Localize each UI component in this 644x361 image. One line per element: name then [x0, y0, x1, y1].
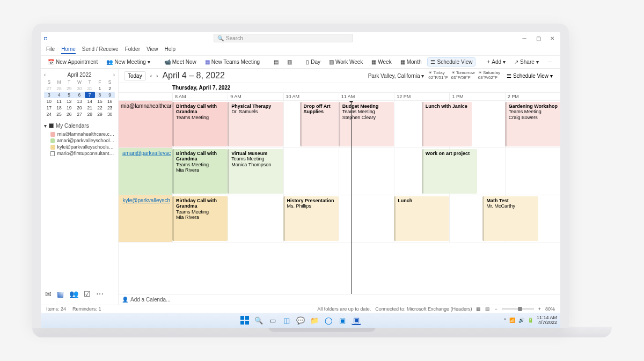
mini-day[interactable]: 30 — [74, 85, 85, 92]
calendar-event[interactable]: Drop off Art Supplies — [300, 102, 339, 146]
tasks-icon[interactable]: ☑ — [84, 290, 91, 298]
mini-day[interactable]: 15 — [95, 98, 105, 105]
mini-calendar[interactable]: SMTWTFS 27282930311234567891011121314151… — [44, 79, 115, 117]
time-cell[interactable] — [283, 148, 339, 195]
mini-day[interactable]: 16 — [105, 98, 115, 105]
calendar-icon[interactable]: ▦ — [57, 290, 64, 298]
row-label[interactable]: kyle@parkvalleysch — [119, 195, 172, 242]
zoom-in[interactable]: + — [538, 306, 541, 312]
new-meeting-button[interactable]: 👥New Meeting▾ — [104, 58, 152, 66]
mini-day[interactable]: 11 — [54, 98, 64, 105]
mini-day[interactable]: 22 — [95, 105, 105, 111]
today-button[interactable]: Today — [124, 71, 146, 80]
taskview-icon[interactable]: ▭ — [268, 315, 277, 325]
mini-day[interactable]: 19 — [64, 105, 74, 111]
mail-icon[interactable]: ✉ — [45, 290, 52, 298]
calendar-event[interactable]: Lunch — [394, 196, 449, 241]
group-checkbox[interactable] — [49, 123, 54, 128]
calendar-swatch[interactable] — [50, 138, 55, 143]
row-label[interactable]: amari@parkvalleysc — [119, 148, 172, 195]
schedule-view-dropdown[interactable]: ☰Schedule View▾ — [504, 72, 555, 80]
window-minimize[interactable]: ─ — [519, 35, 529, 41]
taskbar-search-icon[interactable]: 🔍 — [254, 315, 264, 325]
mini-day[interactable]: 10 — [44, 98, 54, 105]
mini-day[interactable]: 3 — [44, 92, 54, 98]
view-today-icon[interactable]: ▤ — [271, 58, 281, 66]
wifi-icon[interactable]: 📶 — [509, 318, 515, 323]
volume-icon[interactable]: 🔊 — [518, 318, 524, 323]
mini-day[interactable]: 12 — [64, 98, 74, 105]
chat-icon[interactable]: 💬 — [296, 315, 305, 325]
add-calendar-row[interactable]: 👤 Add a Calenda... — [119, 294, 560, 305]
mini-day[interactable]: 23 — [105, 105, 115, 111]
mini-day[interactable]: 8 — [95, 92, 105, 98]
people-icon[interactable]: 👥 — [69, 290, 78, 298]
mini-day[interactable]: 28 — [54, 85, 64, 92]
clock[interactable]: 11:14 AM 4/7/2022 — [537, 315, 557, 325]
mini-day[interactable]: 27 — [74, 111, 85, 117]
mini-day[interactable]: 29 — [64, 85, 74, 92]
store-icon[interactable]: ▣ — [338, 315, 347, 325]
mini-day[interactable]: 28 — [85, 111, 95, 117]
menu-sendreceive[interactable]: Send / Receive — [82, 45, 119, 54]
share-button[interactable]: ↗Share▾ — [511, 58, 541, 66]
mini-day[interactable]: 26 — [64, 111, 74, 117]
menu-file[interactable]: File — [46, 45, 55, 54]
mini-day[interactable]: 14 — [85, 98, 95, 105]
date-prev[interactable]: ‹ — [150, 73, 152, 79]
explorer-icon[interactable]: 📁 — [310, 315, 319, 325]
time-cell[interactable] — [505, 148, 560, 195]
ribbon-more[interactable]: ⋯ — [545, 58, 555, 66]
mini-day[interactable]: 27 — [44, 85, 54, 92]
calendar-event[interactable]: Lunch with Janice — [422, 102, 472, 146]
mini-day[interactable]: 6 — [74, 92, 85, 98]
teams-meeting-button[interactable]: ▦New Teams Meeting — [202, 58, 262, 66]
calendar-event[interactable]: Gardening WorkshopTeams MeetingCraig Bow… — [505, 102, 560, 146]
edge-icon[interactable]: ◯ — [324, 315, 333, 325]
menu-help[interactable]: Help — [165, 45, 176, 54]
mini-day[interactable]: 29 — [95, 111, 105, 117]
next-month[interactable]: › — [113, 72, 115, 78]
zoom-out[interactable]: − — [494, 306, 497, 312]
row-label[interactable]: mia@lamnahealthcare.com — [119, 101, 172, 148]
add-button[interactable]: +Add▾ — [484, 58, 508, 66]
menu-folder[interactable]: Folder — [125, 45, 140, 54]
time-cell[interactable] — [339, 195, 394, 242]
calendar-event[interactable]: History PresentationMs. Phillips — [283, 196, 339, 241]
calendar-swatch[interactable] — [50, 151, 55, 156]
search-box[interactable]: 🔍 Search — [214, 34, 353, 42]
mini-day[interactable]: 13 — [74, 98, 85, 105]
window-close[interactable]: ✕ — [547, 35, 557, 41]
time-cell[interactable] — [339, 148, 394, 195]
new-appointment-button[interactable]: 📅New Appointment — [45, 58, 100, 66]
calendar-event[interactable]: Budget MeetingTeams MeetingStephen Clear… — [339, 102, 394, 146]
menu-view[interactable]: View — [147, 45, 158, 54]
mini-day[interactable]: 31 — [85, 85, 95, 92]
battery-icon[interactable]: 🔋 — [528, 318, 533, 323]
outlook-icon[interactable]: ▣ — [352, 315, 361, 325]
start-icon[interactable] — [240, 315, 250, 325]
calendar-event[interactable]: Work on art project — [422, 149, 477, 194]
view-normal-icon[interactable]: ▦ — [476, 306, 481, 312]
calendar-swatch[interactable] — [50, 145, 55, 150]
calendar-event[interactable]: Virtual MuseumTeams MeetingMonica Thomps… — [228, 149, 283, 194]
calendar-event[interactable]: Math TestMr. McCarthy — [482, 196, 538, 241]
meet-now-button[interactable]: 📹Meet Now — [162, 58, 199, 66]
mini-day[interactable]: 24 — [44, 111, 54, 117]
view-reading-icon[interactable]: ▤ — [485, 306, 490, 312]
calendar-item[interactable]: mia@lamnahealthcare.com — [44, 131, 115, 137]
mini-day[interactable]: 21 — [85, 105, 95, 111]
calendar-item[interactable]: mario@firstupconsultants.com — [44, 150, 115, 157]
tray-chevron-icon[interactable]: ^ — [504, 318, 506, 323]
mini-day[interactable]: 30 — [105, 111, 115, 117]
mini-day[interactable]: 18 — [54, 105, 64, 111]
calendar-swatch[interactable] — [50, 132, 55, 137]
calendar-event[interactable]: Birthday Call with GrandmaTeams MeetingM… — [172, 149, 228, 194]
mini-day[interactable]: 7 — [85, 92, 95, 98]
ribbon-collapse[interactable]: ▾ — [559, 58, 560, 66]
location-picker[interactable]: Park Valley, California ▾ — [368, 73, 425, 79]
date-next[interactable]: › — [156, 73, 158, 79]
time-cell[interactable] — [228, 195, 283, 242]
calendar-item[interactable]: amari@parkvalleyschools.edu — [44, 137, 115, 144]
calendar-event[interactable]: Physical TherapyDr. Samuels — [228, 102, 283, 146]
